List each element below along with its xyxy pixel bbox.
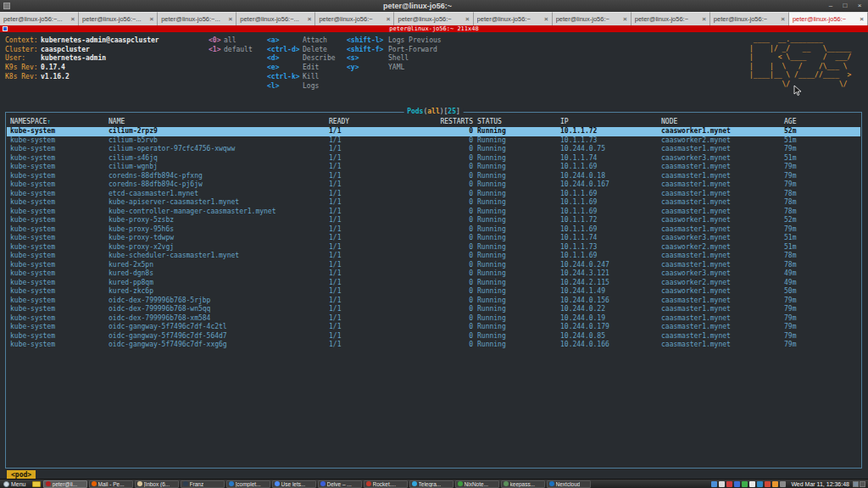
pod-ip: 10.1.1.72 bbox=[560, 216, 597, 224]
taskbar-window-button[interactable]: Delve – ... bbox=[318, 480, 362, 488]
tab-close-icon[interactable]: × bbox=[70, 15, 75, 23]
tab-close-icon[interactable]: × bbox=[623, 15, 627, 23]
pod-row[interactable]: kube-system oidc-dex-799996b768-xm584 1/… bbox=[7, 314, 860, 324]
terminal-tab[interactable]: peter@linux-jo56:~... × bbox=[158, 12, 236, 25]
tab-close-icon[interactable]: × bbox=[150, 15, 154, 23]
tab-close-icon[interactable]: × bbox=[387, 15, 391, 23]
pod-row[interactable]: kube-system kube-proxy-95h6s 1/1 0 Runni… bbox=[7, 225, 860, 235]
pod-row[interactable]: kube-system kube-proxy-5zsbz 1/1 0 Runni… bbox=[7, 216, 860, 225]
tray-icon[interactable] bbox=[757, 481, 763, 487]
close-button[interactable]: × bbox=[854, 2, 865, 10]
pod-row[interactable]: kube-system kube-proxy-tdwpw 1/1 0 Runni… bbox=[7, 234, 860, 243]
info-value: kubernetes-admin@caaspcluster bbox=[41, 36, 159, 44]
pod-row[interactable]: kube-system cilium-b5rvb 1/1 0 Running 1… bbox=[7, 136, 860, 146]
task-label: Delve – ... bbox=[327, 481, 352, 487]
terminal-tab[interactable]: peter@linux-jo56:~ × bbox=[789, 12, 868, 25]
pod-row[interactable]: kube-system oidc-dex-799996b768-wn5qq 1/… bbox=[7, 305, 860, 314]
workspace-1[interactable] bbox=[853, 481, 859, 487]
pod-row[interactable]: kube-system oidc-dex-799996b768-5rjbp 1/… bbox=[7, 297, 860, 306]
info-label: Cluster: bbox=[5, 46, 38, 53]
pod-node: caasmaster1.mynet bbox=[661, 332, 731, 340]
tab-close-icon[interactable]: × bbox=[229, 15, 233, 23]
tab-close-icon[interactable]: × bbox=[308, 15, 312, 23]
info-label: Context: bbox=[5, 36, 38, 44]
tray-icon[interactable] bbox=[742, 481, 748, 487]
taskbar-window-button[interactable]: keepass... bbox=[501, 480, 545, 488]
terminal-tab[interactable]: peter@linux-jo56:~ × bbox=[553, 12, 632, 25]
terminal-tab[interactable]: peter@linux-jo56:~ × bbox=[394, 12, 473, 25]
minimize-button[interactable]: – bbox=[825, 2, 837, 10]
tab-label: peter@linux-jo56:~ bbox=[793, 15, 846, 23]
tray-icon[interactable] bbox=[780, 481, 786, 487]
tab-close-icon[interactable]: × bbox=[702, 15, 706, 23]
taskbar-window-button[interactable]: Mail - Pe... bbox=[89, 480, 133, 488]
terminal-tab[interactable]: peter@linux-jo56:~... × bbox=[79, 12, 158, 25]
taskbar-window-button[interactable]: [complet... bbox=[226, 480, 270, 488]
pod-row[interactable]: kube-system oidc-gangway-5f7496c7df-564d… bbox=[7, 332, 860, 341]
tab-label: peter@linux-jo56:~... bbox=[82, 15, 142, 23]
pod-row[interactable]: kube-system oidc-gangway-5f7496c7df-4c2t… bbox=[7, 323, 860, 332]
pod-row[interactable]: kube-system kube-scheduler-caasmaster1.m… bbox=[7, 252, 860, 261]
taskbar-window-button[interactable]: Rocket.... bbox=[364, 480, 408, 488]
pod-row[interactable]: kube-system cilium-operator-97cfc4756-xw… bbox=[7, 145, 860, 154]
tray-icon[interactable] bbox=[765, 481, 771, 487]
pod-row[interactable]: kube-system kured-zkc6p 1/1 0 Running 10… bbox=[7, 287, 860, 297]
tray-icon[interactable] bbox=[719, 481, 725, 487]
workspace-2[interactable] bbox=[860, 481, 865, 487]
pod-row[interactable]: kube-system kube-apiserver-caasmaster1.m… bbox=[7, 198, 860, 208]
pod-ip: 10.1.1.73 bbox=[560, 243, 597, 251]
terminal-tab[interactable]: peter@linux-jo56:~ × bbox=[710, 12, 789, 25]
pod-row[interactable]: kube-system cilium-s46jq 1/1 0 Running 1… bbox=[7, 154, 860, 164]
pod-row[interactable]: kube-system kured-dgn8s 1/1 0 Running 10… bbox=[7, 269, 860, 279]
tray-icon[interactable] bbox=[734, 481, 740, 487]
pod-status: Running bbox=[477, 332, 506, 340]
pod-row[interactable]: kube-system kube-proxy-x2vgj 1/1 0 Runni… bbox=[7, 243, 860, 252]
pod-node: caasmaster1.mynet bbox=[661, 190, 731, 197]
hotkey: <l> bbox=[267, 82, 279, 90]
pod-ip: 10.1.1.74 bbox=[560, 154, 597, 162]
maximize-button[interactable]: □ bbox=[839, 2, 851, 10]
pod-row[interactable]: kube-system coredns-88dfb894c-pj6jw 1/1 … bbox=[7, 180, 860, 190]
workspace-switcher[interactable] bbox=[853, 481, 865, 487]
pod-row[interactable]: kube-system etcd-caasmaster1.mynet 1/1 0… bbox=[7, 190, 860, 199]
taskbar-window-button[interactable]: [Inbox (6... bbox=[135, 480, 179, 488]
taskbar-window-button[interactable]: Nextcloud bbox=[547, 480, 591, 488]
pod-ready: 1/1 bbox=[329, 180, 341, 188]
taskbar-window-button[interactable]: Franz bbox=[181, 480, 225, 488]
pod-ready: 1/1 bbox=[329, 208, 341, 215]
pod-row[interactable]: kube-system kube-controller-manager-caas… bbox=[7, 208, 860, 217]
tab-close-icon[interactable]: × bbox=[544, 15, 548, 23]
applications-menu-button[interactable]: Menu bbox=[0, 480, 30, 488]
pod-row[interactable]: kube-system cilium-wgnbj 1/1 0 Running 1… bbox=[7, 163, 860, 172]
taskbar-window-button[interactable]: NixNote... bbox=[455, 480, 499, 488]
terminal-tab[interactable]: peter@linux-jo56:~ × bbox=[632, 12, 710, 25]
tray-icon[interactable] bbox=[772, 481, 778, 487]
pod-age: 79m bbox=[784, 225, 796, 233]
tray-icon[interactable] bbox=[749, 481, 755, 487]
tray-icon[interactable] bbox=[711, 481, 717, 487]
terminal-tab[interactable]: peter@linux-jo56:~ × bbox=[474, 12, 553, 25]
taskbar-window-button[interactable]: Use lets... bbox=[272, 480, 316, 488]
tab-close-icon[interactable]: × bbox=[465, 15, 470, 23]
pod-ip: 10.244.0.75 bbox=[560, 145, 605, 152]
pod-row[interactable]: kube-system oidc-gangway-5f7496c7df-xxg6… bbox=[7, 341, 860, 350]
terminal-tab[interactable]: peter@linux-jo56:~... × bbox=[0, 12, 79, 25]
taskbar-window-button[interactable]: Telegra... bbox=[409, 480, 453, 488]
keepass-icon bbox=[504, 481, 509, 486]
pod-row[interactable]: kube-system coredns-88dfb894c-pfxng 1/1 … bbox=[7, 172, 860, 181]
tab-close-icon[interactable]: × bbox=[860, 15, 864, 23]
terminal-content[interactable]: Context:kubernetes-admin@caaspclusterClu… bbox=[0, 32, 868, 479]
pod-restarts: 0 bbox=[396, 243, 473, 251]
taskbar-clock[interactable]: Wed Mar 11, 12:36:48 bbox=[791, 481, 849, 487]
tray-icon[interactable] bbox=[726, 481, 732, 487]
tab-close-icon[interactable]: × bbox=[781, 15, 785, 23]
pod-ip: 10.244.0.85 bbox=[560, 332, 605, 340]
taskbar-window-button[interactable]: peter@li... bbox=[43, 480, 87, 488]
pod-row[interactable]: kube-system kured-2x5pn 1/1 0 Running 10… bbox=[7, 261, 860, 270]
pod-age: 79m bbox=[784, 332, 796, 340]
pod-row[interactable]: kube-system cilium-2rpz9 1/1 0 Running 1… bbox=[7, 127, 860, 136]
folder-icon[interactable] bbox=[32, 481, 41, 487]
terminal-tab[interactable]: peter@linux-jo56:~ × bbox=[315, 12, 394, 25]
terminal-tab[interactable]: peter@linux-jo56:~... × bbox=[236, 12, 315, 25]
pod-row[interactable]: kube-system kured-pp8qm 1/1 0 Running 10… bbox=[7, 279, 860, 288]
